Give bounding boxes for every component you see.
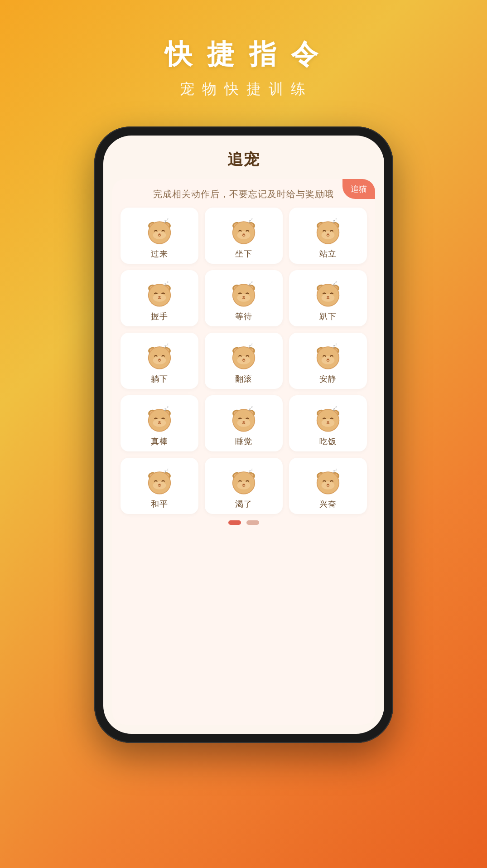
screen-content: 追宠 追猫 完成相关动作后，不要忘记及时给与奖励哦 z z 过来 bbox=[103, 136, 384, 734]
svg-point-126 bbox=[153, 481, 166, 490]
page-header: 快 捷 指 令 宠 物 快 捷 训 练 bbox=[165, 36, 322, 99]
item-label: 躺下 bbox=[151, 373, 168, 384]
grid-item[interactable]: z z 坐下 bbox=[205, 208, 283, 264]
dot-1[interactable] bbox=[228, 520, 241, 525]
item-label: 安静 bbox=[319, 373, 337, 384]
svg-text:z: z bbox=[332, 281, 335, 287]
item-label: 坐下 bbox=[235, 248, 252, 259]
svg-text:z: z bbox=[166, 467, 169, 471]
screen-title: 追宠 bbox=[227, 149, 260, 170]
pet-icon: z z bbox=[143, 339, 176, 373]
pet-icon: z z bbox=[143, 276, 176, 311]
svg-text:z: z bbox=[248, 468, 251, 475]
item-label: 兴奋 bbox=[319, 499, 337, 509]
pet-icon: z z bbox=[227, 339, 260, 373]
svg-text:z: z bbox=[251, 404, 253, 409]
svg-point-107 bbox=[242, 421, 245, 423]
item-label: 渴了 bbox=[235, 499, 252, 509]
grid-item[interactable]: z z 躺下 bbox=[121, 333, 198, 389]
pet-icon: z z bbox=[312, 339, 344, 373]
svg-point-77 bbox=[242, 359, 245, 360]
pet-icon: z z bbox=[227, 214, 260, 248]
svg-point-97 bbox=[158, 421, 160, 423]
svg-text:z: z bbox=[332, 406, 335, 412]
pet-icon: z z bbox=[143, 214, 176, 248]
grid-item[interactable]: z z 真棒 bbox=[121, 395, 198, 451]
svg-text:z: z bbox=[164, 281, 166, 287]
svg-point-87 bbox=[327, 359, 329, 360]
svg-text:z: z bbox=[166, 217, 169, 221]
svg-point-27 bbox=[327, 233, 329, 235]
svg-text:z: z bbox=[248, 406, 251, 412]
pet-icon: z z bbox=[312, 276, 344, 311]
svg-text:z: z bbox=[251, 279, 253, 284]
grid-item[interactable]: z z 吃饭 bbox=[289, 395, 367, 451]
page-title: 快 捷 指 令 bbox=[165, 36, 322, 73]
svg-point-37 bbox=[158, 296, 160, 298]
svg-text:z: z bbox=[164, 343, 166, 349]
svg-point-117 bbox=[327, 421, 329, 423]
item-label: 睡觉 bbox=[235, 436, 252, 447]
svg-text:z: z bbox=[251, 467, 253, 471]
grid-item[interactable]: z z 睡觉 bbox=[205, 395, 283, 451]
pet-icon: z z bbox=[312, 464, 344, 499]
items-grid: z z 过来 z z 坐下 bbox=[121, 208, 367, 514]
svg-text:z: z bbox=[335, 467, 337, 471]
pet-icon: z z bbox=[227, 464, 260, 499]
svg-point-147 bbox=[327, 484, 329, 485]
item-label: 吃饭 bbox=[319, 436, 337, 447]
grid-item[interactable]: z z 过来 bbox=[121, 208, 198, 264]
grid-item[interactable]: z z 握手 bbox=[121, 270, 198, 326]
svg-point-67 bbox=[158, 359, 160, 360]
item-label: 过来 bbox=[151, 248, 168, 259]
svg-text:z: z bbox=[332, 218, 335, 224]
svg-text:z: z bbox=[335, 404, 337, 409]
svg-text:z: z bbox=[335, 342, 337, 346]
pet-icon: z z bbox=[227, 276, 260, 311]
phone-screen: 追宠 追猫 完成相关动作后，不要忘记及时给与奖励哦 z z 过来 bbox=[103, 136, 384, 734]
grid-item[interactable]: z z 兴奋 bbox=[289, 458, 367, 514]
svg-text:z: z bbox=[248, 343, 251, 349]
card-notice: 完成相关动作后，不要忘记及时给与奖励哦 bbox=[121, 188, 367, 200]
grid-item[interactable]: z z 站立 bbox=[289, 208, 367, 264]
svg-text:z: z bbox=[164, 406, 166, 412]
svg-point-17 bbox=[242, 233, 245, 235]
dot-2[interactable] bbox=[246, 520, 259, 525]
pet-icon: z z bbox=[312, 214, 344, 248]
grid-item[interactable]: z z 翻滚 bbox=[205, 333, 283, 389]
grid-item[interactable]: z z 等待 bbox=[205, 270, 283, 326]
svg-text:z: z bbox=[332, 468, 335, 475]
svg-point-57 bbox=[327, 296, 329, 298]
svg-text:z: z bbox=[164, 218, 166, 224]
svg-point-127 bbox=[158, 484, 160, 485]
item-label: 站立 bbox=[319, 248, 337, 259]
pet-icon: z z bbox=[227, 402, 260, 436]
item-label: 趴下 bbox=[319, 311, 337, 322]
svg-text:z: z bbox=[251, 217, 253, 221]
svg-point-146 bbox=[321, 481, 334, 490]
svg-text:z: z bbox=[248, 218, 251, 224]
item-label: 握手 bbox=[151, 311, 168, 322]
svg-text:z: z bbox=[166, 404, 169, 409]
tag-badge: 追猫 bbox=[342, 179, 375, 199]
grid-item[interactable]: z z 渴了 bbox=[205, 458, 283, 514]
svg-text:z: z bbox=[335, 217, 337, 221]
grid-item[interactable]: z z 安静 bbox=[289, 333, 367, 389]
svg-point-7 bbox=[158, 233, 160, 235]
item-label: 等待 bbox=[235, 311, 252, 322]
svg-text:z: z bbox=[164, 468, 166, 475]
svg-text:z: z bbox=[166, 342, 169, 346]
svg-point-137 bbox=[242, 484, 245, 485]
page-subtitle: 宠 物 快 捷 训 练 bbox=[165, 79, 322, 99]
svg-text:z: z bbox=[335, 279, 337, 284]
pet-icon: z z bbox=[143, 464, 176, 499]
grid-item[interactable]: z z 趴下 bbox=[289, 270, 367, 326]
phone-mockup: 追宠 追猫 完成相关动作后，不要忘记及时给与奖励哦 z z 过来 bbox=[94, 126, 393, 743]
grid-item[interactable]: z z 和平 bbox=[121, 458, 198, 514]
svg-point-136 bbox=[237, 481, 250, 490]
svg-text:z: z bbox=[251, 342, 253, 346]
page-dots bbox=[121, 520, 367, 525]
pet-icon: z z bbox=[143, 402, 176, 436]
svg-text:z: z bbox=[248, 281, 251, 287]
item-label: 真棒 bbox=[151, 436, 168, 447]
